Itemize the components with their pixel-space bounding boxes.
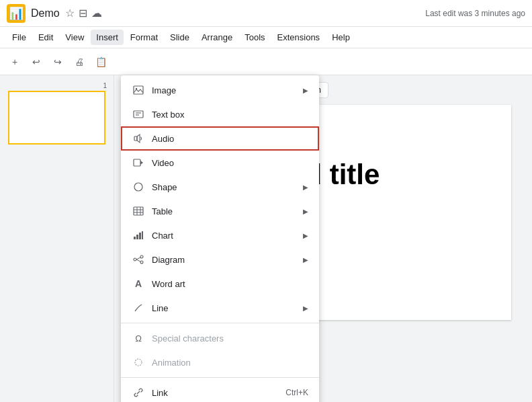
app-icon: 📊 <box>7 4 26 23</box>
menu-bar: File Edit View Insert Format Slide Arran… <box>0 27 532 48</box>
cloud-icon[interactable]: ☁ <box>91 7 102 19</box>
shape-icon <box>132 180 145 194</box>
svg-rect-17 <box>142 231 143 239</box>
insert-video-item[interactable]: Video <box>121 151 319 175</box>
insert-audio-label: Audio <box>152 134 174 144</box>
textbox-icon <box>132 108 145 121</box>
insert-link-item[interactable]: Link Ctrl+K <box>121 380 319 402</box>
insert-image-label: Image <box>152 85 176 95</box>
insert-shape-item[interactable]: Shape ▶ <box>121 175 319 199</box>
divider-1 <box>121 323 319 323</box>
svg-line-21 <box>136 257 140 259</box>
line-icon <box>132 301 145 315</box>
svg-rect-16 <box>139 233 141 239</box>
title-icons: ☆ ⊟ ☁ <box>65 7 102 19</box>
insert-chart-item[interactable]: Chart ▶ <box>121 223 319 247</box>
insert-special-chars-label: Special characters <box>152 333 224 344</box>
insert-special-chars-item: Ω Special characters <box>121 326 319 350</box>
slide-thumbnail[interactable] <box>8 91 105 145</box>
svg-rect-0 <box>134 86 143 94</box>
menu-view[interactable]: View <box>60 30 89 45</box>
audio-icon <box>132 132 145 145</box>
chart-icon <box>132 229 145 242</box>
insert-animation-label: Animation <box>152 358 191 368</box>
menu-help[interactable]: Help <box>326 30 355 45</box>
star-icon[interactable]: ☆ <box>65 7 75 19</box>
svg-point-20 <box>140 261 143 264</box>
insert-textbox-item[interactable]: Text box <box>121 102 319 126</box>
svg-point-19 <box>140 255 143 258</box>
grid-icon[interactable]: ⊟ <box>79 7 87 19</box>
insert-diagram-label: Diagram <box>152 255 185 265</box>
svg-point-23 <box>135 359 142 366</box>
divider-2 <box>121 377 319 378</box>
diagram-arrow: ▶ <box>303 256 308 264</box>
toolbar: + ↩ ↪ 🖨 📋 <box>0 48 532 75</box>
svg-point-18 <box>134 258 136 261</box>
menu-file[interactable]: File <box>7 30 32 45</box>
chart-arrow: ▶ <box>303 232 308 239</box>
svg-rect-9 <box>134 207 143 215</box>
animation-icon <box>132 356 145 369</box>
insert-chart-label: Chart <box>152 231 173 241</box>
wordart-icon: A <box>132 277 145 290</box>
print-button[interactable]: 🖨 <box>70 52 89 71</box>
svg-marker-7 <box>140 161 143 165</box>
insert-textbox-label: Text box <box>152 110 184 120</box>
menu-extensions[interactable]: Extensions <box>272 30 326 45</box>
menu-slide[interactable]: Slide <box>165 30 195 45</box>
slide-number: 1 <box>4 82 109 89</box>
svg-point-8 <box>134 183 142 191</box>
add-button[interactable]: + <box>5 52 24 71</box>
format-button[interactable]: 📋 <box>91 52 110 71</box>
redo-button[interactable]: ↪ <box>48 52 67 71</box>
image-icon <box>132 83 145 97</box>
shape-arrow: ▶ <box>303 184 308 191</box>
insert-table-label: Table <box>152 206 173 216</box>
insert-wordart-label: Word art <box>152 279 185 289</box>
table-icon <box>132 204 145 218</box>
menu-insert[interactable]: Insert <box>91 30 124 45</box>
insert-table-item[interactable]: Table ▶ <box>121 199 319 223</box>
svg-rect-5 <box>134 136 137 140</box>
menu-edit[interactable]: Edit <box>33 30 58 45</box>
insert-wordart-item[interactable]: A Word art <box>121 272 319 296</box>
menu-arrange[interactable]: Arrange <box>196 30 238 45</box>
svg-line-22 <box>136 259 140 262</box>
svg-rect-14 <box>134 237 136 239</box>
insert-line-label: Line <box>152 303 169 313</box>
insert-image-item[interactable]: Image ▶ <box>121 78 319 102</box>
insert-animation-item: Animation <box>121 350 319 374</box>
video-icon <box>132 156 145 169</box>
table-arrow: ▶ <box>303 208 308 215</box>
link-shortcut: Ctrl+K <box>285 388 308 397</box>
link-icon <box>132 386 145 399</box>
insert-video-label: Video <box>152 158 174 168</box>
svg-rect-2 <box>134 111 143 118</box>
insert-shape-label: Shape <box>152 182 177 192</box>
svg-rect-15 <box>136 235 138 239</box>
insert-link-label: Link <box>152 388 168 398</box>
svg-rect-6 <box>134 159 140 166</box>
image-arrow: ▶ <box>303 87 308 94</box>
undo-button[interactable]: ↩ <box>27 52 46 71</box>
insert-dropdown-menu: Image ▶ Text box Audio Video Shape <box>121 75 319 402</box>
menu-tools[interactable]: Tools <box>239 30 270 45</box>
last-edit-label: Last edit was 3 minutes ago <box>425 9 525 18</box>
diagram-icon <box>132 253 145 266</box>
insert-diagram-item[interactable]: Diagram ▶ <box>121 247 319 272</box>
slides-panel: 1 <box>0 75 114 402</box>
menu-format[interactable]: Format <box>125 30 163 45</box>
insert-audio-item[interactable]: Audio <box>121 126 319 151</box>
special-chars-icon: Ω <box>132 331 145 345</box>
doc-title[interactable]: Demo <box>31 7 60 19</box>
insert-line-item[interactable]: Line ▶ <box>121 296 319 320</box>
title-bar: 📊 Demo ☆ ⊟ ☁ Last edit was 3 minutes ago <box>0 0 532 27</box>
line-arrow: ▶ <box>303 305 308 312</box>
